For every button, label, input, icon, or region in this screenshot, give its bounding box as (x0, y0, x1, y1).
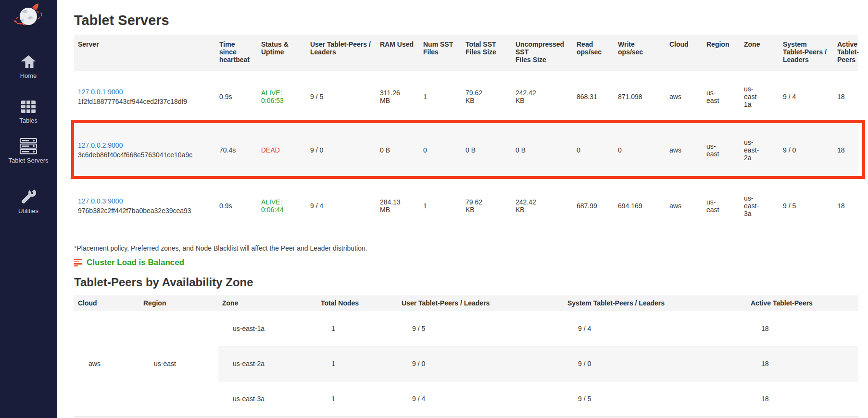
app-logo[interactable] (13, 2, 44, 34)
col-num-sst: Num SST Files (419, 35, 462, 71)
balance-bars-icon (74, 259, 82, 266)
col-active-peers: Active Tablet-Peers (747, 295, 858, 311)
cell-heartbeat: 70.4s (215, 122, 257, 178)
cell-system-peers: 9 / 0 (779, 122, 833, 178)
server-uuid: 976b382c2ff442f7ba0bea32e39cea93 (78, 207, 212, 215)
cell-heartbeat: 0.9s (215, 71, 257, 122)
cell-cloud: aws (74, 311, 139, 416)
cell-cloud: aws (666, 71, 703, 122)
cell-active-peers: 18 (833, 178, 858, 233)
cell-user-peers: 9 / 0 (306, 122, 376, 178)
col-region: Region (703, 35, 740, 71)
wrench-icon (20, 188, 37, 205)
placement-policy-footnote: *Placement policy, Preferred zones, and … (74, 244, 858, 252)
col-read-ops: Read ops/sec (573, 35, 614, 71)
col-sst-size: Total SST Files Size (462, 35, 512, 71)
cell-user-peers: 9 / 4 (398, 381, 564, 416)
cluster-load-status: Cluster Load is Balanced (74, 258, 858, 267)
cell-user-peers: 9 / 4 (306, 178, 376, 233)
cell-num-sst: 1 (419, 178, 462, 233)
col-active-peers: Active Tablet- Peers (833, 35, 858, 71)
planet-rocket-logo-icon (13, 2, 44, 32)
cell-region: us- east (703, 71, 740, 122)
server-row: 127.0.0.3:9000 976b382c2ff442f7ba0bea32e… (74, 178, 858, 233)
col-total-nodes: Total Nodes (317, 295, 398, 311)
cell-active-peers: 18 (747, 381, 858, 416)
col-server: Server (74, 35, 215, 71)
sidebar-item-label: Utilities (18, 207, 38, 215)
az-row-partial (74, 416, 858, 418)
server-row-dead: 127.0.0.2:9000 3c6deb86f40c4f668e5763041… (74, 122, 858, 178)
cell-active-peers: 18 (747, 346, 858, 381)
sidebar-item-label: Tables (19, 117, 38, 124)
cell-system-peers: 9 / 5 (564, 381, 747, 416)
cell-uncompressed-sst: 242.42 KB (512, 178, 573, 233)
cell-region: us-east (139, 311, 218, 416)
cell-total-nodes: 1 (317, 381, 398, 416)
servers-table-header-row: Server Time since heartbeat Status & Upt… (74, 35, 858, 71)
cell-region: us- east (703, 122, 740, 178)
cell-server: 127.0.0.1:9000 1f2fd188777643cf944ced2f3… (74, 71, 215, 122)
cell-total-nodes: 1 (317, 311, 398, 346)
sidebar-item-utilities[interactable]: Utilities (18, 188, 38, 215)
cell-region: us- east (703, 178, 740, 233)
col-cloud: Cloud (74, 295, 139, 311)
cell-zone: us-east-2a (218, 346, 317, 381)
col-write-ops: Write ops/sec (614, 35, 666, 71)
col-ram: RAM Used (376, 35, 419, 71)
sidebar-item-tablet-servers[interactable]: Tablet Servers (8, 138, 48, 164)
az-section-title: Tablet-Peers by Availability Zone (74, 276, 858, 289)
cell-system-peers: 9 / 5 (779, 178, 833, 233)
col-zone: Zone (740, 35, 779, 71)
cell-zone: us- east- 3a (740, 178, 779, 233)
sidebar: Home Tables (0, 0, 57, 418)
cell-system-peers: 9 / 4 (779, 71, 833, 122)
cell-user-peers: 9 / 5 (398, 311, 564, 346)
cell-num-sst: 0 (419, 122, 462, 178)
cell-total-nodes: 1 (317, 346, 398, 381)
az-table-header-row: Cloud Region Zone Total Nodes User Table… (74, 295, 858, 311)
cell-ram: 311.26 MB (376, 71, 419, 122)
cell-cloud: aws (666, 178, 703, 233)
cell-user-peers: 9 / 5 (306, 71, 376, 122)
servers-stack-icon (19, 138, 38, 155)
cell-zone: us-east-3a (218, 381, 317, 416)
server-address-link[interactable]: 127.0.0.1:9000 (78, 88, 123, 96)
server-uuid: 1f2fd188777643cf944ced2f37c18df9 (78, 98, 212, 105)
cell-ram: 284.13 MB (376, 178, 419, 233)
cell-zone: us-east-1a (218, 311, 317, 346)
cell-sst-size: 79.62 KB (462, 71, 512, 122)
server-address-link[interactable]: 127.0.0.2:9000 (78, 141, 123, 149)
cell-read-ops: 0 (573, 122, 614, 178)
cell-uncompressed-sst: 0 B (512, 122, 573, 178)
cell-status: ALIVE: 0:06:44 (257, 178, 306, 233)
col-system-peers: System Tablet-Peers / Leaders (564, 295, 747, 311)
sidebar-item-label: Home (20, 72, 37, 79)
cell-read-ops: 868.31 (573, 71, 614, 122)
col-region: Region (139, 295, 218, 311)
server-row: 127.0.0.1:9000 1f2fd188777643cf944ced2f3… (74, 71, 858, 122)
main-content: Tablet Servers Server Time since heartbe… (57, 0, 868, 418)
cell-write-ops: 871.098 (614, 71, 666, 122)
sidebar-item-home[interactable]: Home (20, 54, 37, 79)
tables-grid-icon (20, 99, 37, 115)
col-cloud: Cloud (666, 35, 703, 71)
cell-num-sst: 1 (419, 71, 462, 122)
server-address-link[interactable]: 127.0.0.3:9000 (78, 197, 123, 205)
page-title: Tablet Servers (74, 13, 858, 28)
cell-system-peers: 9 / 0 (564, 346, 747, 381)
cell-active-peers: 18 (833, 71, 858, 122)
cell-status: DEAD (257, 122, 306, 178)
cell-active-peers: 18 (747, 311, 858, 346)
sidebar-item-label: Tablet Servers (8, 157, 48, 164)
cell-read-ops: 687.99 (573, 178, 614, 233)
cell-uncompressed-sst: 242.42 KB (512, 71, 573, 122)
cell-status: ALIVE: 0:06:53 (257, 71, 306, 122)
col-user-peers: User Tablet-Peers / Leaders (398, 295, 564, 311)
cell-system-peers: 9 / 4 (564, 311, 747, 346)
sidebar-item-tables[interactable]: Tables (19, 99, 38, 124)
col-user-peers: User Tablet-Peers / Leaders (306, 35, 376, 71)
cell-ram: 0 B (376, 122, 419, 178)
col-uncompressed-sst: Uncompressed SST Files Size (512, 35, 573, 71)
col-heartbeat: Time since heartbeat (215, 35, 257, 71)
